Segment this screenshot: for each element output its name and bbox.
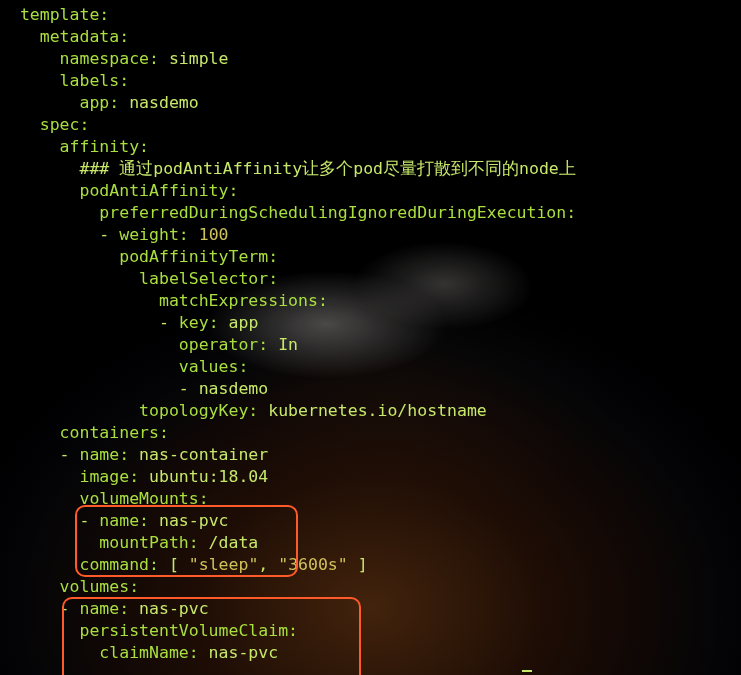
dash-icon: -: [79, 511, 99, 530]
dash-icon: -: [60, 445, 80, 464]
key-template: template:: [20, 5, 109, 24]
key-image: image:: [79, 467, 139, 486]
key-mountpath: mountPath:: [99, 533, 198, 552]
dash-icon: -: [99, 225, 119, 244]
key-vol-name: name:: [79, 599, 129, 618]
val-weight: 100: [189, 225, 229, 244]
key-pvc: persistentVolumeClaim:: [79, 621, 298, 640]
val-claimname: nas-pvc: [199, 643, 278, 662]
key-affinity: affinity:: [60, 137, 149, 156]
bracket-close: ]: [348, 555, 368, 574]
val-container-name: nas-container: [129, 445, 268, 464]
key-vm-name: name:: [99, 511, 149, 530]
val-topologykey: kubernetes.io/hostname: [258, 401, 486, 420]
key-weight: weight:: [119, 225, 189, 244]
key-podantiaffinity: podAntiAffinity:: [79, 181, 238, 200]
key-podaffinityterm: podAffinityTerm:: [119, 247, 278, 266]
key-operator: operator:: [179, 335, 268, 354]
val-app: nasdemo: [119, 93, 198, 112]
key-container-name: name:: [79, 445, 129, 464]
val-key: app: [219, 313, 259, 332]
text-cursor-icon: [522, 670, 532, 672]
key-containers: containers:: [60, 423, 169, 442]
key-claimname: claimName:: [99, 643, 198, 662]
val-vol-name: nas-pvc: [129, 599, 208, 618]
val-operator: In: [268, 335, 298, 354]
key-labelselector: labelSelector:: [139, 269, 278, 288]
val-image: ubuntu:18.04: [139, 467, 268, 486]
val-vm-name: nas-pvc: [149, 511, 228, 530]
key-key: key:: [179, 313, 219, 332]
key-volumemounts: volumeMounts:: [79, 489, 208, 508]
key-app: app:: [79, 93, 119, 112]
dash-icon: -: [60, 599, 80, 618]
key-command: command:: [79, 555, 158, 574]
key-preferred: preferredDuringSchedulingIgnoredDuringEx…: [99, 203, 576, 222]
dash-icon: -: [159, 313, 179, 332]
key-metadata: metadata:: [40, 27, 129, 46]
val-namespace: simple: [159, 49, 229, 68]
bracket-open: [: [159, 555, 189, 574]
key-volumes: volumes:: [60, 577, 139, 596]
dash-icon: -: [179, 379, 199, 398]
comma: ,: [258, 555, 278, 574]
val-mountpath: /data: [199, 533, 259, 552]
key-spec: spec:: [40, 115, 90, 134]
key-topologykey: topologyKey:: [139, 401, 258, 420]
comment-line: ### 通过podAntiAffinity让多个pod尽量打散到不同的node上: [79, 159, 575, 178]
key-namespace: namespace:: [60, 49, 159, 68]
val-values-item: nasdemo: [199, 379, 269, 398]
key-labels: labels:: [60, 71, 130, 90]
key-matchexpressions: matchExpressions:: [159, 291, 328, 310]
yaml-code-block: template: metadata: namespace: simple la…: [0, 0, 741, 664]
val-command-1: "sleep": [189, 555, 259, 574]
key-values: values:: [179, 357, 249, 376]
val-command-2: "3600s": [278, 555, 348, 574]
